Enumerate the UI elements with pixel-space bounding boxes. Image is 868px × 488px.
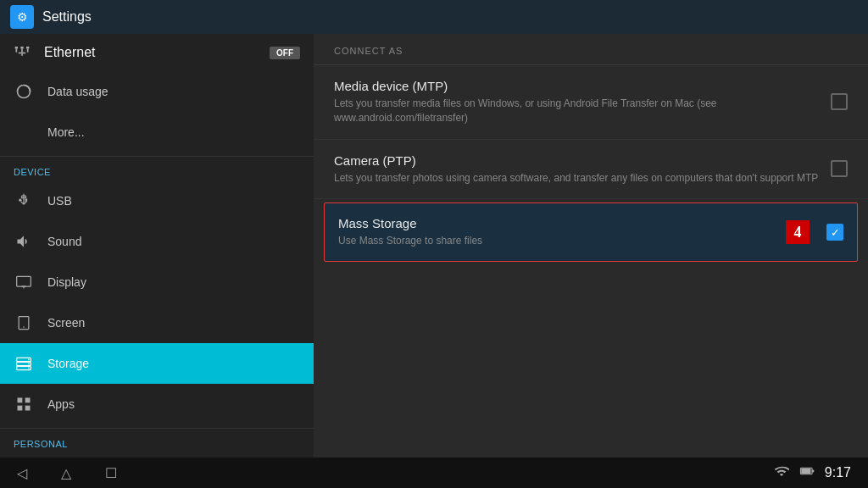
option-mtp-desc: Lets you transfer media files on Windows… <box>334 97 821 125</box>
sidebar-item-more[interactable]: More... <box>0 112 314 152</box>
option-mtp-text: Media device (MTP) Lets you transfer med… <box>334 79 821 125</box>
svg-rect-25 <box>25 406 31 411</box>
option-ptp-checkbox[interactable] <box>831 160 848 177</box>
home-button[interactable]: △ <box>61 465 71 481</box>
sidebar-item-apps[interactable]: Apps <box>0 384 314 424</box>
sidebar-more-label: More... <box>47 125 85 139</box>
option-ptp[interactable]: Camera (PTP) Lets you transfer photos us… <box>314 140 868 200</box>
sidebar-storage-label: Storage <box>47 357 89 370</box>
app-icon: ⚙ <box>10 5 34 29</box>
sidebar: Ethernet OFF Data usage More... DEVICE U… <box>0 34 314 458</box>
option-ptp-text: Camera (PTP) Lets you transfer photos us… <box>334 153 821 186</box>
svg-rect-0 <box>15 47 18 49</box>
sidebar-sound-label: Sound <box>47 235 81 248</box>
svg-rect-4 <box>21 49 23 53</box>
clock: 9:17 <box>825 465 851 480</box>
app-title: Settings <box>42 9 92 25</box>
status-bar: 9:17 <box>774 463 851 482</box>
sidebar-screen-label: Screen <box>47 316 85 330</box>
svg-point-20 <box>28 363 30 365</box>
device-section-label: DEVICE <box>0 160 314 180</box>
option-mass-storage-desc: Use Mass Storage to share files <box>338 234 786 248</box>
ethernet-toggle[interactable]: OFF <box>270 47 300 59</box>
sidebar-item-storage[interactable]: Storage <box>0 343 314 384</box>
divider-2 <box>0 428 314 429</box>
option-ptp-title: Camera (PTP) <box>334 153 821 168</box>
content-header: CONNECT AS <box>314 34 868 65</box>
svg-rect-10 <box>25 199 28 202</box>
content-area: CONNECT AS Media device (MTP) Lets you t… <box>314 34 868 458</box>
sidebar-item-usb[interactable]: USB <box>0 180 314 221</box>
svg-rect-24 <box>18 406 23 411</box>
option-mtp-checkbox[interactable] <box>831 93 848 110</box>
svg-rect-6 <box>19 53 25 54</box>
option-mtp-title: Media device (MTP) <box>334 79 821 93</box>
sidebar-display-label: Display <box>47 275 86 289</box>
sound-icon <box>14 233 34 250</box>
title-bar: ⚙ Settings <box>0 0 868 34</box>
sidebar-item-sound[interactable]: Sound <box>0 221 314 262</box>
nav-buttons: ◁ △ ☐ <box>17 465 117 481</box>
battery-icon <box>799 463 815 482</box>
option-ptp-desc: Lets you transfer photos using camera so… <box>334 171 821 186</box>
sidebar-usb-label: USB <box>47 194 72 208</box>
option-mtp[interactable]: Media device (MTP) Lets you transfer med… <box>314 65 868 140</box>
svg-rect-3 <box>16 49 18 53</box>
sidebar-data-usage-label: Data usage <box>47 85 108 98</box>
screen-icon <box>14 314 34 331</box>
option-mass-storage-text: Mass Storage Use Mass Storage to share f… <box>338 216 786 248</box>
svg-rect-5 <box>27 49 29 53</box>
sidebar-item-screen[interactable]: Screen <box>0 302 314 343</box>
sidebar-item-ethernet[interactable]: Ethernet OFF <box>0 34 314 71</box>
usb-icon <box>14 192 34 209</box>
svg-point-21 <box>28 368 30 369</box>
display-icon <box>14 274 34 291</box>
svg-rect-11 <box>17 276 31 286</box>
storage-icon <box>14 355 34 372</box>
svg-rect-7 <box>21 53 23 56</box>
sidebar-apps-label: Apps <box>47 397 75 411</box>
nav-bar: ◁ △ ☐ 9:17 <box>0 458 868 488</box>
svg-rect-2 <box>26 47 29 49</box>
sidebar-item-display[interactable]: Display <box>0 262 314 302</box>
divider-1 <box>0 156 314 157</box>
svg-point-19 <box>28 359 30 361</box>
sidebar-ethernet-label: Ethernet <box>44 45 95 60</box>
personal-section-label: PERSONAL <box>0 432 314 452</box>
apps-icon <box>14 396 34 413</box>
option-mass-storage[interactable]: Mass Storage Use Mass Storage to share f… <box>324 202 858 262</box>
svg-point-9 <box>19 199 21 202</box>
data-usage-icon <box>14 83 34 100</box>
mass-storage-badge: 4 <box>786 220 810 244</box>
recent-button[interactable]: ☐ <box>105 465 117 481</box>
svg-rect-29 <box>812 470 814 473</box>
svg-rect-23 <box>25 398 31 403</box>
ethernet-icon <box>14 42 31 63</box>
option-mass-storage-checkbox[interactable] <box>826 224 843 241</box>
svg-rect-30 <box>801 469 810 474</box>
svg-point-15 <box>23 326 25 328</box>
sidebar-item-data-usage[interactable]: Data usage <box>0 71 314 112</box>
back-button[interactable]: ◁ <box>17 465 27 481</box>
main-layout: Ethernet OFF Data usage More... DEVICE U… <box>0 34 868 458</box>
wifi-icon <box>774 463 789 482</box>
option-mass-storage-title: Mass Storage <box>338 216 786 230</box>
svg-rect-22 <box>18 398 23 403</box>
svg-rect-1 <box>20 47 23 49</box>
